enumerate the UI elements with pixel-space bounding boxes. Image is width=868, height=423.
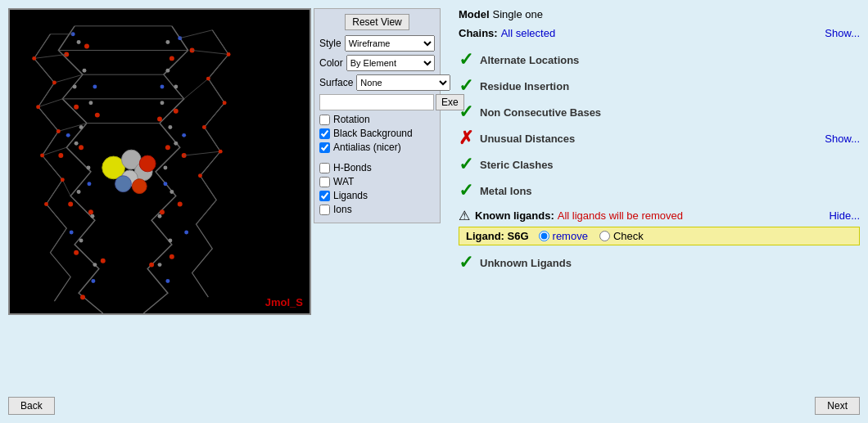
known-ligands-hide-link[interactable]: Hide...: [829, 209, 860, 222]
molecular-viewer[interactable]: Jmol_S: [8, 8, 311, 315]
check-radio-group[interactable]: Check: [599, 230, 644, 242]
svg-point-41: [73, 85, 77, 89]
svg-point-16: [80, 295, 85, 299]
unknown-ligands-item: ✓ Unknown Ligands: [459, 254, 860, 272]
next-button[interactable]: Next: [815, 397, 860, 415]
ligands-label: Ligands: [333, 190, 368, 201]
svg-point-26: [149, 263, 154, 268]
hbonds-label: H-Bonds: [333, 162, 372, 173]
ligand-row: Ligand: S6G remove Check: [459, 227, 860, 245]
ions-label: Ions: [333, 204, 352, 215]
svg-point-52: [174, 85, 178, 89]
svg-point-67: [132, 179, 147, 194]
svg-point-8: [74, 105, 79, 110]
svg-point-103: [44, 202, 48, 206]
model-label: Model: [459, 8, 490, 20]
metal-ions-icon: ✓: [459, 182, 473, 200]
alternate-locations-item: ✓ Alternate Locations: [459, 51, 860, 69]
rotation-checkbox[interactable]: [319, 115, 330, 125]
svg-point-37: [184, 231, 188, 235]
svg-point-25: [170, 254, 174, 259]
surface-select[interactable]: None Solvent Accessible Molecular: [356, 74, 450, 91]
svg-point-10: [58, 153, 63, 158]
svg-point-46: [77, 190, 81, 194]
check-radio[interactable]: [599, 231, 610, 241]
steric-clashes-label: Steric Clashes: [480, 159, 554, 171]
remove-radio-group[interactable]: remove: [539, 230, 588, 242]
residue-insertion-icon: ✓: [459, 77, 473, 95]
jmol-label: Jmol_S: [265, 296, 303, 308]
black-background-label: Black Background: [333, 128, 413, 139]
steric-clashes-item: ✓ Steric Clashes: [459, 155, 860, 173]
svg-point-9: [95, 113, 100, 118]
unusual-distances-icon: ✗: [459, 129, 473, 147]
svg-point-53: [160, 101, 164, 105]
svg-point-57: [170, 190, 174, 194]
unusual-distances-show-link[interactable]: Show...: [825, 133, 860, 145]
svg-point-11: [79, 145, 84, 150]
svg-point-12: [68, 201, 73, 206]
svg-point-7: [84, 44, 89, 49]
black-background-checkbox[interactable]: [319, 128, 330, 139]
wat-label: WAT: [333, 176, 354, 187]
reset-view-button[interactable]: Reset View: [345, 14, 409, 30]
ligands-checkbox[interactable]: [319, 191, 330, 201]
style-label: Style: [319, 38, 341, 49]
chains-show-link[interactable]: Show...: [825, 27, 860, 39]
svg-point-104: [227, 52, 231, 56]
svg-point-54: [168, 125, 172, 129]
residue-insertion-label: Residue Insertion: [480, 80, 569, 92]
ions-checkbox[interactable]: [319, 205, 330, 215]
unknown-ligands-icon: ✓: [459, 254, 473, 272]
svg-point-34: [160, 85, 164, 89]
back-button[interactable]: Back: [8, 397, 55, 415]
warning-icon: ⚠: [459, 208, 470, 223]
svg-point-66: [115, 176, 132, 192]
svg-point-39: [77, 40, 81, 44]
svg-point-100: [57, 129, 61, 133]
exe-input[interactable]: [319, 94, 434, 110]
hbonds-checkbox[interactable]: [319, 163, 330, 173]
controls-panel: Reset View Style Wireframe Backbone Spac…: [314, 8, 441, 223]
remove-radio-label: remove: [553, 230, 588, 242]
svg-point-98: [52, 81, 57, 85]
svg-rect-0: [10, 10, 310, 313]
svg-point-36: [163, 182, 167, 186]
metal-ions-item: ✓ Metal Ions: [459, 182, 860, 200]
rotation-label: Rotation: [333, 114, 370, 125]
chains-label: Chains:: [459, 27, 498, 39]
svg-point-58: [158, 214, 162, 218]
svg-point-19: [174, 109, 179, 114]
metal-ions-label: Metal Ions: [480, 185, 532, 197]
wat-checkbox[interactable]: [319, 177, 330, 187]
svg-point-107: [202, 125, 206, 129]
known-ligands-label: Known ligands:: [475, 209, 554, 222]
style-select[interactable]: Wireframe Backbone Spacefill Ball & Stic…: [345, 35, 435, 52]
svg-point-28: [93, 85, 97, 89]
svg-point-108: [219, 150, 223, 154]
antialias-label: Antialias (nicer): [333, 142, 401, 153]
svg-point-56: [163, 165, 167, 169]
color-select[interactable]: By Element By Chain By Residue: [346, 55, 435, 71]
surface-label: Surface: [319, 77, 353, 88]
known-ligands-warning: All ligands will be removed: [558, 209, 683, 222]
chains-value: All selected: [501, 27, 555, 39]
svg-point-55: [174, 142, 178, 146]
svg-point-29: [66, 133, 70, 137]
svg-point-43: [79, 125, 84, 129]
svg-point-14: [74, 250, 79, 255]
svg-point-45: [86, 165, 90, 169]
svg-point-51: [165, 69, 170, 73]
svg-point-97: [32, 56, 36, 61]
svg-point-102: [61, 178, 65, 182]
svg-point-105: [206, 77, 210, 81]
remove-radio[interactable]: [539, 231, 549, 241]
svg-point-65: [139, 155, 156, 172]
svg-point-38: [165, 279, 170, 283]
check-radio-label: Check: [613, 230, 644, 242]
unknown-ligands-label: Unknown Ligands: [480, 257, 572, 269]
non-consecutive-bases-icon: ✓: [459, 103, 473, 121]
antialias-checkbox[interactable]: [319, 142, 330, 153]
svg-point-40: [83, 69, 87, 73]
svg-point-59: [168, 238, 172, 242]
